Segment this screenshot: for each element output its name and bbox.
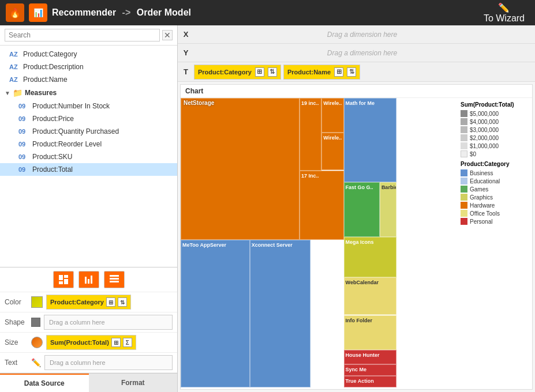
- tm-label: 17 Inc..: [300, 172, 320, 179]
- color-pill[interactable]: Product:Category ⊞ ⇅: [46, 295, 131, 310]
- measures-label: Measures: [25, 89, 57, 97]
- legend-cat-item: Graphics: [461, 194, 529, 201]
- pencil-small-icon: ✏️: [31, 358, 41, 367]
- tm-block-wire2[interactable]: Wirele..: [321, 133, 343, 170]
- tab-datasource[interactable]: Data Source: [0, 374, 89, 392]
- field-item[interactable]: AZ Product:Description: [0, 61, 177, 73]
- field-item[interactable]: 09 Product:SKU: [0, 150, 177, 163]
- field-type-az: AZ: [9, 76, 20, 83]
- tm-block-fastgog[interactable]: Fast Go G..: [344, 182, 380, 237]
- measures-section-header[interactable]: ▼ 📁 Measures: [0, 86, 177, 100]
- field-label: Product:Number In Stock: [32, 102, 110, 110]
- tm-label: 19 inc..: [300, 100, 320, 107]
- tm-block-xconnect[interactable]: Xconnect Server: [250, 240, 310, 387]
- legend-color-swatch: [461, 118, 467, 125]
- tm-block-wire1[interactable]: Wirele..: [321, 98, 343, 133]
- tm-block-netstorage[interactable]: NetStorage: [181, 98, 300, 240]
- shape-label: Shape: [5, 318, 28, 326]
- color-swatch-icon: [31, 296, 43, 308]
- tm-block-metoo[interactable]: MeToo AppServer: [181, 240, 250, 387]
- x-axis-label: X: [180, 30, 192, 39]
- field-item[interactable]: AZ Product:Name: [0, 73, 177, 86]
- tm-block-barbies[interactable]: Barbie's: [380, 182, 396, 237]
- barchart-icon-btn[interactable]: [78, 271, 99, 288]
- chart-section: Chart NetStorage 19 inc..: [180, 84, 533, 390]
- t-pill-sort-btn[interactable]: ⇅: [268, 67, 277, 77]
- separator: ->: [122, 7, 131, 17]
- field-item[interactable]: AZ Product:Category: [0, 48, 177, 61]
- text-encoding-row: Text ✏️ Drag a column here: [0, 353, 177, 373]
- search-input[interactable]: [5, 29, 160, 42]
- tm-label: Barbie's: [380, 184, 396, 191]
- wizard-button[interactable]: ✏️ To Wizard: [479, 0, 529, 26]
- tm-block-17inc[interactable]: 17 Inc..: [300, 171, 344, 240]
- legend-cat-item: Office Tools: [461, 210, 529, 217]
- field-item-active[interactable]: 09 Product:Total: [0, 163, 177, 176]
- tm-block-webcalendar[interactable]: WebCalendar: [344, 277, 396, 315]
- search-clear-button[interactable]: ✕: [162, 30, 173, 40]
- tm-label: True Action: [345, 378, 375, 385]
- legend-color-swatch: [461, 142, 467, 149]
- color-pill-label: Product:Category: [50, 299, 104, 306]
- legend-cat-item: Educational: [461, 178, 529, 184]
- x-drop-zone[interactable]: Drag a dimension here: [192, 31, 533, 39]
- t-pill2-filter-btn[interactable]: ⊞: [334, 67, 343, 77]
- t-pill-name[interactable]: Product:Name ⊞ ⇅: [283, 65, 360, 80]
- tm-block-mathforme[interactable]: Math for Me: [344, 98, 396, 182]
- field-type-09: 09: [18, 153, 29, 160]
- tm-block-19inc[interactable]: 19 inc..: [300, 98, 321, 171]
- tm-block-trueaction[interactable]: True Action: [344, 376, 396, 387]
- size-circle-icon: [31, 337, 43, 348]
- main-layout: ✕ AZ Product:Category AZ Product:Descrip…: [0, 25, 535, 392]
- field-label: Product:Total: [32, 165, 73, 174]
- t-pill-filter-btn[interactable]: ⊞: [255, 67, 264, 77]
- size-label: Size: [5, 338, 28, 346]
- svg-rect-3: [59, 281, 63, 284]
- legend-value-label: $4,000,000: [470, 119, 499, 125]
- legend-value-item: $1,000,000: [461, 142, 529, 149]
- wizard-label: To Wizard: [484, 13, 525, 24]
- legend-cat-swatch: [461, 186, 467, 193]
- size-sort-btn[interactable]: Σ: [123, 338, 132, 347]
- size-filter-btn[interactable]: ⊞: [111, 338, 121, 347]
- shape-square-icon: [31, 318, 40, 327]
- tm-block-syncme[interactable]: Sync Me: [344, 364, 396, 376]
- y-drop-zone[interactable]: Drag a dimension here: [192, 49, 533, 57]
- text-drop-zone[interactable]: Drag a column here: [44, 355, 173, 370]
- shape-encoding-row: Shape Drag a column here: [0, 312, 177, 333]
- tab-format[interactable]: Format: [89, 374, 178, 392]
- tm-block-megaicons[interactable]: Mega Icons: [344, 237, 396, 277]
- tm-label: Math for Me: [345, 100, 376, 107]
- app-name: Recommender: [52, 7, 116, 17]
- size-pill[interactable]: Sum(Product:Total) ⊞ Σ: [46, 335, 136, 350]
- chart-legend: Sum(Product:Total) $5,000,000 $4,000,000…: [457, 98, 532, 387]
- tm-block-househunter[interactable]: House Hunter: [344, 350, 396, 364]
- color-label: Color: [5, 298, 28, 306]
- treemap-icon-btn[interactable]: [53, 271, 74, 288]
- field-list: AZ Product:Category AZ Product:Descripti…: [0, 46, 177, 267]
- color-filter-btn[interactable]: ⊞: [106, 297, 115, 307]
- header-title: Recommender -> Order Model: [52, 7, 474, 18]
- t-pill-category[interactable]: Product:Category ⊞ ⇅: [194, 65, 281, 80]
- legend-value-label: $1,000,000: [470, 143, 499, 149]
- field-item[interactable]: 09 Product:Quantity Purchased: [0, 125, 177, 138]
- svg-rect-4: [85, 277, 87, 284]
- legend-value-item: $4,000,000: [461, 118, 529, 125]
- tm-block-infofolder[interactable]: Info Folder: [344, 315, 396, 350]
- svg-rect-9: [110, 281, 119, 282]
- chart-icon: 📊: [29, 3, 47, 22]
- legend-cat-label: Educational: [470, 178, 500, 184]
- color-sort-btn[interactable]: ⇅: [118, 297, 127, 307]
- field-item[interactable]: 09 Product:Price: [0, 112, 177, 125]
- size-encoding-row: Size Sum(Product:Total) ⊞ Σ: [0, 333, 177, 353]
- field-label: Product:Description: [23, 63, 84, 71]
- legend-cat-item: Hardware: [461, 202, 529, 209]
- arrow-icon: ▼: [5, 90, 10, 96]
- field-item[interactable]: 09 Product:Number In Stock: [0, 100, 177, 112]
- table-icon-btn[interactable]: [104, 271, 125, 288]
- t-pill2-sort-btn[interactable]: ⇅: [347, 67, 356, 77]
- axis-area: X Drag a dimension here Y Drag a dimensi…: [178, 25, 535, 82]
- field-label: Product:Reorder Level: [32, 140, 102, 148]
- shape-drop-zone[interactable]: Drag a column here: [44, 315, 173, 330]
- field-item[interactable]: 09 Product:Reorder Level: [0, 138, 177, 150]
